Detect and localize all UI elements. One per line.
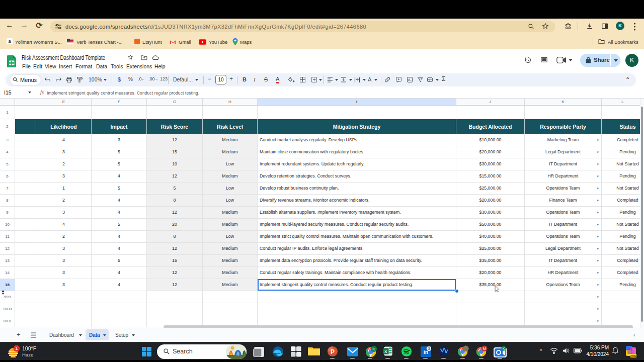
- svg-text:M: M: [483, 346, 486, 351]
- svg-text:X: X: [384, 349, 387, 354]
- svg-text:K: K: [372, 347, 375, 351]
- svg-text:3: 3: [428, 347, 430, 350]
- svg-text:PRE: PRE: [630, 354, 636, 357]
- svg-text:P: P: [331, 348, 335, 355]
- svg-text:K: K: [503, 347, 505, 350]
- svg-text:1: 1: [15, 345, 18, 351]
